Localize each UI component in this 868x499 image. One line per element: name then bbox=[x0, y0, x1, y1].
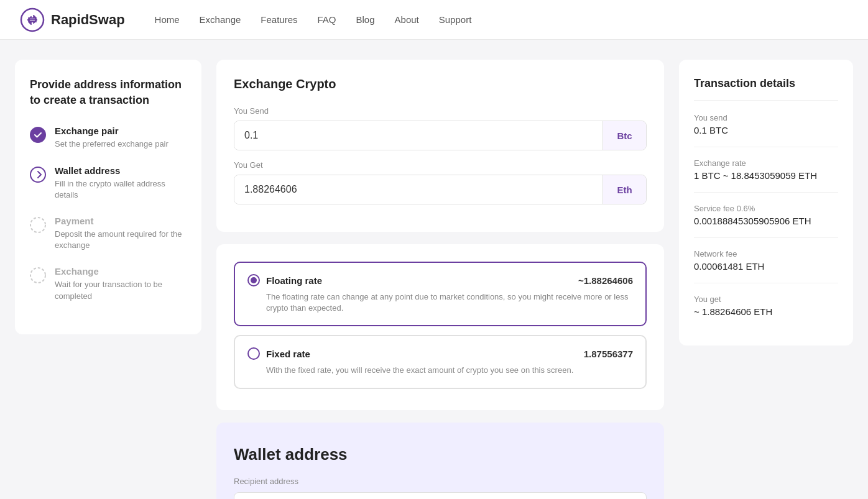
step-wallet-address-label: Wallet address bbox=[55, 165, 187, 176]
step-wallet-address-desc: Fill in the crypto wallet address detail… bbox=[55, 178, 187, 201]
main-content: Exchange Crypto You Send Btc You Get Eth… bbox=[216, 60, 664, 499]
step-exchange-pair: Exchange pair Set the preferred exchange… bbox=[30, 126, 187, 150]
you-get-value: ~ 1.88264606 ETH bbox=[694, 306, 838, 317]
service-fee-label: Service fee 0.6% bbox=[694, 204, 838, 213]
step-payment: Payment Deposit the amount required for … bbox=[30, 216, 187, 251]
floating-rate-card[interactable]: Floating rate ~1.88264606 The floating r… bbox=[234, 262, 647, 326]
fixed-rate-desc: With the fixed rate, you will receive th… bbox=[266, 365, 633, 376]
logo[interactable]: RapidSwap bbox=[20, 7, 125, 32]
fixed-rate-radio[interactable] bbox=[247, 347, 260, 360]
wallet-field-label: Recipient address bbox=[234, 477, 647, 486]
logo-text: RapidSwap bbox=[51, 12, 125, 28]
step-exchange-pair-icon bbox=[30, 127, 46, 143]
floating-rate-header: Floating rate ~1.88264606 bbox=[247, 274, 633, 286]
step-exchange-content: Exchange Wait for your transaction to be… bbox=[55, 266, 187, 301]
recipient-address-input[interactable] bbox=[234, 493, 646, 499]
nav-home[interactable]: Home bbox=[155, 14, 180, 25]
step-exchange-label: Exchange bbox=[55, 266, 187, 277]
fixed-rate-left: Fixed rate bbox=[247, 347, 310, 360]
get-currency-badge[interactable]: Eth bbox=[603, 175, 646, 204]
get-input[interactable] bbox=[234, 175, 603, 204]
wallet-section: Wallet address Recipient address bbox=[216, 423, 664, 499]
you-send-value: 0.1 BTC bbox=[694, 125, 838, 135]
step-wallet-address: Wallet address Fill in the crypto wallet… bbox=[30, 165, 187, 201]
nav-exchange[interactable]: Exchange bbox=[200, 14, 241, 25]
step-payment-content: Payment Deposit the amount required for … bbox=[55, 216, 187, 251]
fixed-rate-name: Fixed rate bbox=[266, 349, 310, 359]
step-exchange-pair-desc: Set the preferred exchange pair bbox=[55, 139, 169, 150]
exchange-rate-section: Exchange rate 1 BTC ~ 18.8453059059 ETH bbox=[694, 158, 838, 193]
send-input-row: Btc bbox=[234, 121, 647, 150]
floating-rate-desc: The floating rate can change at any poin… bbox=[266, 291, 633, 314]
svg-point-3 bbox=[30, 217, 45, 232]
get-input-row: Eth bbox=[234, 175, 647, 204]
step-wallet-address-icon bbox=[30, 167, 46, 183]
page-layout: Provide address information to create a … bbox=[0, 40, 868, 499]
you-get-section: You get ~ 1.88264606 ETH bbox=[694, 295, 838, 328]
you-get-label: You get bbox=[694, 295, 838, 304]
nav-links: Home Exchange Features FAQ Blog About Su… bbox=[155, 14, 472, 25]
nav-blog[interactable]: Blog bbox=[356, 14, 375, 25]
step-exchange-icon bbox=[30, 267, 46, 283]
nav-about[interactable]: About bbox=[395, 14, 419, 25]
exchange-rate-label: Exchange rate bbox=[694, 158, 838, 168]
step-wallet-address-content: Wallet address Fill in the crypto wallet… bbox=[55, 165, 187, 201]
transaction-details-title: Transaction details bbox=[694, 77, 838, 101]
service-fee-section: Service fee 0.6% 0.00188845305905906 ETH bbox=[694, 204, 838, 238]
svg-point-2 bbox=[30, 167, 45, 182]
sidebar: Provide address information to create a … bbox=[15, 60, 201, 334]
fixed-rate-amount: 1.87556377 bbox=[584, 349, 633, 359]
exchange-rate-value: 1 BTC ~ 18.8453059059 ETH bbox=[694, 170, 838, 181]
nav-support[interactable]: Support bbox=[439, 14, 472, 25]
exchange-card-title: Exchange Crypto bbox=[234, 77, 647, 91]
svg-point-1 bbox=[30, 127, 45, 142]
step-exchange-pair-content: Exchange pair Set the preferred exchange… bbox=[55, 126, 169, 150]
wallet-input-wrap bbox=[234, 492, 647, 499]
svg-point-4 bbox=[30, 268, 45, 283]
nav-features[interactable]: Features bbox=[261, 14, 297, 25]
fixed-rate-card[interactable]: Fixed rate 1.87556377 With the fixed rat… bbox=[234, 335, 647, 388]
floating-rate-name: Floating rate bbox=[266, 275, 322, 286]
send-input[interactable] bbox=[234, 121, 603, 150]
logo-icon bbox=[20, 7, 45, 32]
sidebar-title: Provide address information to create a … bbox=[30, 77, 187, 108]
you-send-section: You send 0.1 BTC bbox=[694, 113, 838, 147]
network-fee-value: 0.00061481 ETH bbox=[694, 261, 838, 272]
step-payment-desc: Deposit the amount required for the exch… bbox=[55, 229, 187, 251]
you-send-label: You send bbox=[694, 113, 838, 122]
nav-faq[interactable]: FAQ bbox=[318, 14, 336, 25]
send-label: You Send bbox=[234, 106, 647, 116]
step-exchange-desc: Wait for your transaction to be complete… bbox=[55, 279, 187, 301]
step-payment-icon bbox=[30, 217, 46, 233]
network-fee-section: Network fee 0.00061481 ETH bbox=[694, 249, 838, 283]
network-fee-label: Network fee bbox=[694, 249, 838, 259]
step-exchange-pair-label: Exchange pair bbox=[55, 126, 169, 136]
wallet-title: Wallet address bbox=[234, 445, 647, 464]
rate-card-container: Floating rate ~1.88264606 The floating r… bbox=[216, 244, 664, 410]
floating-rate-amount: ~1.88264606 bbox=[578, 275, 633, 286]
service-fee-value: 0.00188845305905906 ETH bbox=[694, 216, 838, 226]
floating-rate-left: Floating rate bbox=[247, 274, 322, 286]
fixed-rate-header: Fixed rate 1.87556377 bbox=[247, 347, 633, 360]
navbar: RapidSwap Home Exchange Features FAQ Blo… bbox=[0, 0, 868, 40]
step-payment-label: Payment bbox=[55, 216, 187, 226]
send-currency-badge[interactable]: Btc bbox=[603, 121, 646, 150]
exchange-card: Exchange Crypto You Send Btc You Get Eth bbox=[216, 60, 664, 232]
step-exchange: Exchange Wait for your transaction to be… bbox=[30, 266, 187, 301]
get-label: You Get bbox=[234, 160, 647, 170]
transaction-details-panel: Transaction details You send 0.1 BTC Exc… bbox=[679, 60, 853, 346]
floating-rate-radio[interactable] bbox=[247, 274, 260, 286]
